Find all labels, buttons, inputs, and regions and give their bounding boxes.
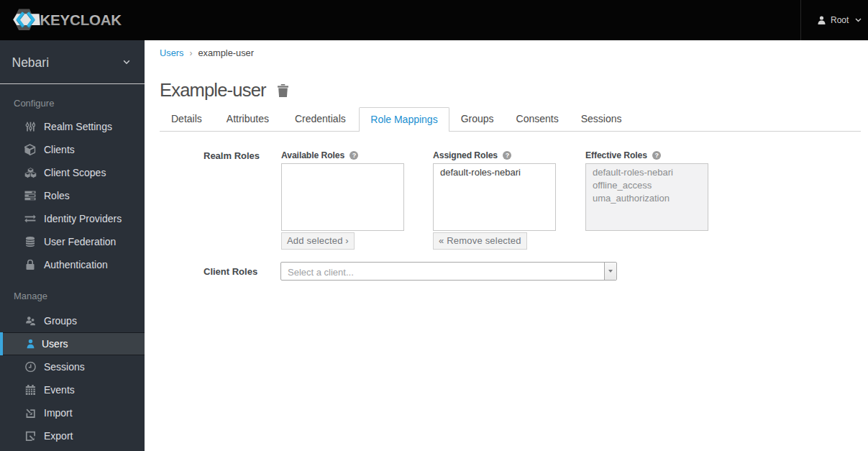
- svg-text:KEYCLOAK: KEYCLOAK: [40, 12, 122, 28]
